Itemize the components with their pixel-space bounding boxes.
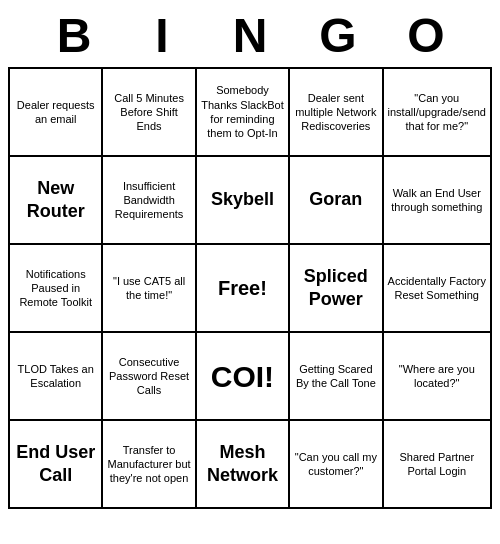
bingo-cell[interactable]: "Can you call my customer?" xyxy=(290,421,383,509)
bingo-cell[interactable]: COI! xyxy=(197,333,290,421)
bingo-cell[interactable]: End User Call xyxy=(10,421,103,509)
letter-o: O xyxy=(382,8,470,63)
bingo-cell[interactable]: Dealer sent multiple Network Rediscoveri… xyxy=(290,69,383,157)
bingo-cell[interactable]: "I use CAT5 all the time!" xyxy=(103,245,196,333)
bingo-title: B I N G O xyxy=(8,8,492,63)
letter-i: I xyxy=(118,8,206,63)
bingo-cell[interactable]: Shared Partner Portal Login xyxy=(384,421,492,509)
bingo-cell[interactable]: Getting Scared By the Call Tone xyxy=(290,333,383,421)
bingo-cell[interactable]: Free! xyxy=(197,245,290,333)
bingo-cell[interactable]: Notifications Paused in Remote Toolkit xyxy=(10,245,103,333)
bingo-cell[interactable]: Call 5 Minutes Before Shift Ends xyxy=(103,69,196,157)
bingo-cell[interactable]: Skybell xyxy=(197,157,290,245)
bingo-cell[interactable]: "Can you install/upgrade/send that for m… xyxy=(384,69,492,157)
letter-g: G xyxy=(294,8,382,63)
bingo-cell[interactable]: Insufficient Bandwidth Requirements xyxy=(103,157,196,245)
bingo-cell[interactable]: Dealer requests an email xyxy=(10,69,103,157)
bingo-cell[interactable]: New Router xyxy=(10,157,103,245)
bingo-cell[interactable]: Spliced Power xyxy=(290,245,383,333)
bingo-cell[interactable]: Somebody Thanks SlackBot for reminding t… xyxy=(197,69,290,157)
bingo-cell[interactable]: Goran xyxy=(290,157,383,245)
bingo-cell[interactable]: Transfer to Manufacturer but they're not… xyxy=(103,421,196,509)
letter-b: B xyxy=(30,8,118,63)
bingo-cell[interactable]: Consecutive Password Reset Calls xyxy=(103,333,196,421)
bingo-cell[interactable]: Mesh Network xyxy=(197,421,290,509)
bingo-grid: Dealer requests an emailCall 5 Minutes B… xyxy=(8,67,492,509)
bingo-cell[interactable]: "Where are you located?" xyxy=(384,333,492,421)
letter-n: N xyxy=(206,8,294,63)
bingo-cell[interactable]: Walk an End User through something xyxy=(384,157,492,245)
bingo-cell[interactable]: Accidentally Factory Reset Something xyxy=(384,245,492,333)
bingo-cell[interactable]: TLOD Takes an Escalation xyxy=(10,333,103,421)
